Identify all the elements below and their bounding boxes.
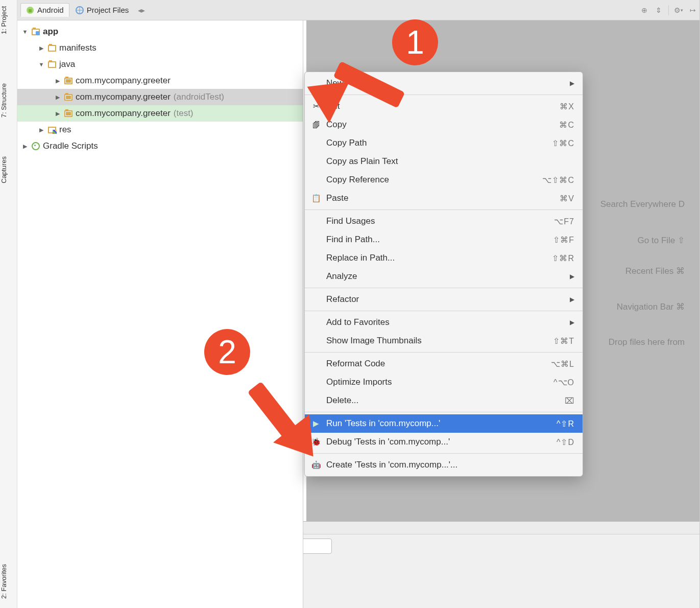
tree-gradle[interactable]: ▶ Gradle Scripts (17, 138, 303, 154)
submenu-arrow-icon: ▶ (570, 296, 574, 303)
folder-icon (48, 61, 56, 68)
submenu-arrow-icon: ▶ (570, 273, 574, 280)
menu-copy-plain[interactable]: Copy as Plain Text (305, 152, 583, 171)
package-icon (64, 94, 73, 101)
tab-project-files[interactable]: Project Files (70, 4, 134, 16)
tree-manifests[interactable]: ▶ manifests (17, 40, 303, 56)
menu-reformat[interactable]: Reformat Code ⌥⌘L (305, 355, 583, 373)
menu-optimize-imports[interactable]: Optimize Imports ^⌥O (305, 373, 583, 391)
menu-find-path[interactable]: Find in Path... ⇧⌘F (305, 230, 583, 249)
left-tool-rail: 1: Project 7: Structure Captures 2: Favo… (0, 0, 17, 608)
tab-project-files-label: Project Files (87, 6, 129, 14)
rail-structure[interactable]: 7: Structure (0, 79, 8, 122)
menu-show-thumbnails[interactable]: Show Image Thumbnails ⇧⌘T (305, 332, 583, 350)
rail-favorites[interactable]: 2: Favorites (0, 560, 8, 603)
submenu-arrow-icon: ▶ (570, 80, 574, 87)
menu-copy-path[interactable]: Copy Path ⇧⌘C (305, 134, 583, 152)
toolbar-collapse-icon[interactable]: ⇕ (653, 5, 664, 16)
tree-pkg-androidtest[interactable]: ▶ com.mycompany.greeter (androidTest) (17, 89, 303, 105)
tree-manifests-label: manifests (59, 43, 96, 53)
menu-debug-tests[interactable]: 🐞 Debug 'Tests in 'com.mycomp...' ^⇧D (305, 433, 583, 451)
res-folder-icon (48, 127, 56, 133)
rail-project[interactable]: 1: Project (0, 2, 8, 38)
tree-pkg-test-label: com.mycompany.greeter (76, 108, 171, 119)
android-icon (26, 6, 34, 14)
menu-copy[interactable]: 🗐 Copy ⌘C (305, 115, 583, 134)
menu-separator (305, 311, 583, 311)
menu-run-tests[interactable]: ▶ Run 'Tests in 'com.mycomp...' ^⇧R (305, 414, 583, 433)
tree-java-label: java (59, 59, 75, 69)
gradle-icon (32, 142, 40, 150)
folder-icon (48, 45, 56, 52)
rail-captures[interactable]: Captures (0, 152, 8, 188)
svg-rect-1 (29, 9, 32, 12)
android-run-icon: 🤖 (311, 460, 321, 470)
annotation-badge-2: 2 (204, 329, 250, 375)
tab-android-label: Android (37, 6, 64, 14)
menu-replace-path[interactable]: Replace in Path... ⇧⌘R (305, 249, 583, 267)
submenu-arrow-icon: ▶ (570, 319, 574, 326)
toolbar-hide-icon[interactable]: ↦ (687, 5, 698, 16)
package-icon (64, 110, 73, 117)
menu-separator (305, 288, 583, 288)
clipboard-icon: 📋 (311, 193, 321, 203)
menu-separator (305, 352, 583, 353)
project-files-icon (76, 6, 84, 14)
menu-separator (305, 95, 583, 95)
module-folder-icon (32, 29, 40, 35)
copy-icon: 🗐 (311, 120, 321, 130)
package-icon (64, 78, 73, 84)
tree-pkg-androidtest-label: com.mycompany.greeter (76, 92, 171, 102)
menu-find-usages[interactable]: Find Usages ⌥F7 (305, 212, 583, 230)
project-tabs-toolbar: Android Project Files ◂▸ ⊕ ⇕ ⚙▾ ↦ (17, 0, 699, 20)
menu-separator (305, 412, 583, 412)
tree-pkg-test-mod: (test) (174, 108, 194, 119)
annotation-badge-1: 1 (392, 19, 438, 65)
tree-pkg-main[interactable]: ▶ com.mycompany.greeter (17, 73, 303, 89)
tree-pkg-androidtest-mod: (androidTest) (174, 92, 224, 102)
tree-pkg-test[interactable]: ▶ com.mycompany.greeter (test) (17, 105, 303, 122)
toolbar-splitter-icon[interactable]: ◂▸ (136, 5, 147, 16)
menu-separator (305, 209, 583, 210)
tree-java[interactable]: ▼ java (17, 56, 303, 73)
tree-app-label: app (43, 27, 58, 37)
tree-gradle-label: Gradle Scripts (43, 141, 98, 151)
toolbar-target-icon[interactable]: ⊕ (639, 5, 650, 16)
toolbar-gear-icon[interactable]: ⚙▾ (673, 5, 684, 16)
project-tree: ▼ app ▶ manifests ▼ java ▶ com.mycompany… (17, 20, 303, 608)
toolbar-divider (668, 5, 669, 15)
menu-paste[interactable]: 📋 Paste ⌘V (305, 189, 583, 207)
tree-app[interactable]: ▼ app (17, 24, 303, 40)
menu-create-tests[interactable]: 🤖 Create 'Tests in 'com.mycomp...'... (305, 456, 583, 474)
menu-refactor[interactable]: Refactor ▶ (305, 290, 583, 309)
tree-res-label: res (59, 125, 71, 135)
tree-res[interactable]: ▶ res (17, 122, 303, 138)
menu-cut[interactable]: ✂ Cut ⌘X (305, 97, 583, 115)
menu-separator (305, 453, 583, 454)
context-menu: New ▶ ✂ Cut ⌘X 🗐 Copy ⌘C Copy Path ⇧⌘C C… (304, 72, 583, 477)
menu-copy-ref[interactable]: Copy Reference ⌥⇧⌘C (305, 171, 583, 189)
menu-add-favorites[interactable]: Add to Favorites ▶ (305, 313, 583, 332)
tree-pkg-main-label: com.mycompany.greeter (76, 76, 171, 86)
menu-analyze[interactable]: Analyze ▶ (305, 267, 583, 286)
menu-delete[interactable]: Delete... ⌧ (305, 391, 583, 410)
tab-android[interactable]: Android (20, 3, 69, 17)
